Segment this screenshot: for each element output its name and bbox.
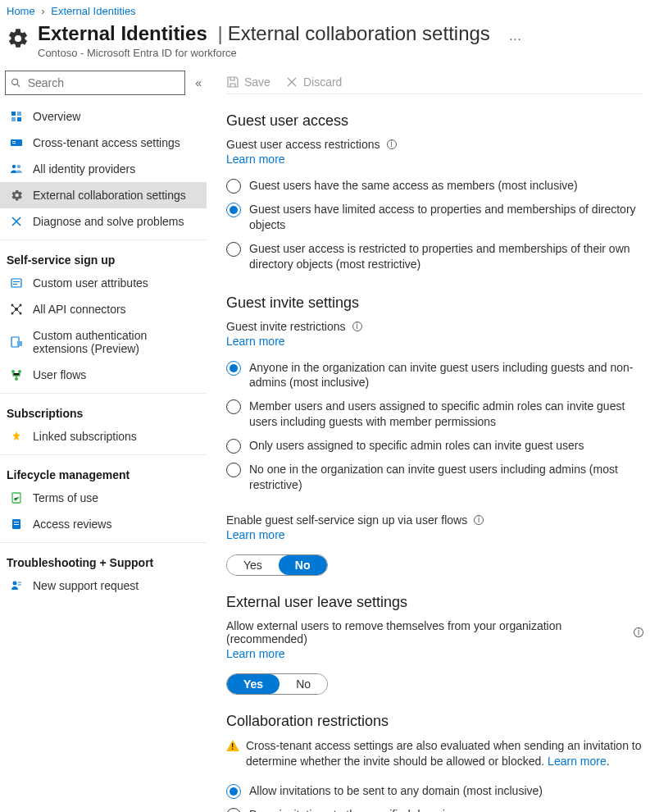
discard-button[interactable]: Discard <box>285 75 342 89</box>
sidebar-item-external-collaboration-settings[interactable]: External collaboration settings <box>0 182 207 208</box>
radio-label: Anyone in the organization can invite gu… <box>249 360 643 391</box>
sidebar-item-all-identity-providers[interactable]: All identity providers <box>0 156 207 182</box>
radio-button[interactable] <box>226 203 241 217</box>
section-collab-title: Collaboration restrictions <box>226 713 643 730</box>
radio-label: Guest user access is restricted to prope… <box>249 241 643 272</box>
self-service-label: Enable guest self-service sign up via us… <box>226 513 643 527</box>
breadcrumb: Home › External Identities <box>0 0 650 19</box>
radio-button[interactable] <box>226 463 241 477</box>
radio-label: Allow invitations to be sent to any doma… <box>249 783 543 799</box>
svg-point-9 <box>12 165 16 168</box>
leave-toggle[interactable]: Yes No <box>226 673 328 695</box>
section-guest-invite-title: Guest invite settings <box>226 294 643 312</box>
svg-rect-13 <box>13 284 17 285</box>
guest-access-option-0[interactable]: Guest users have the same access as memb… <box>226 174 643 198</box>
radio-button[interactable] <box>226 784 241 799</box>
sidebar-item-label: Terms of use <box>33 491 98 504</box>
sidebar-item-label: All identity providers <box>33 162 135 176</box>
sidebar-item-all-api-connectors[interactable]: All API connectors <box>0 296 207 322</box>
svg-rect-8 <box>12 143 16 144</box>
sidebar-item-diagnose-and-solve-problems[interactable]: Diagnose and solve problems <box>0 208 207 235</box>
radio-button[interactable] <box>226 808 241 812</box>
info-icon[interactable]: i <box>352 322 362 331</box>
sidebar-item-cross-tenant-access-settings[interactable]: Cross-tenant access settings <box>0 130 207 156</box>
radio-label: Only users assigned to specific admin ro… <box>249 438 584 454</box>
identity-providers-icon <box>10 162 23 176</box>
guest-access-option-2[interactable]: Guest user access is restricted to prope… <box>226 237 643 276</box>
guest-invite-option-0[interactable]: Anyone in the organization can invite gu… <box>226 356 643 395</box>
section-guest-access-title: Guest user access <box>226 112 643 130</box>
search-icon <box>11 77 21 89</box>
warning-icon <box>226 740 239 751</box>
guest-invite-option-1[interactable]: Member users and users assigned to speci… <box>226 395 643 434</box>
sidebar-section-lifecycle-management: Lifecycle management <box>0 460 207 485</box>
access-reviews-icon <box>10 518 23 531</box>
sidebar-item-overview[interactable]: Overview <box>0 103 207 130</box>
leave-learn-more[interactable]: Learn more <box>226 647 285 660</box>
sidebar-section-troubleshooting-support: Troubleshooting + Support <box>0 548 207 573</box>
svg-rect-3 <box>17 112 21 116</box>
breadcrumb-home[interactable]: Home <box>7 5 35 17</box>
info-icon[interactable]: i <box>634 627 643 637</box>
more-actions[interactable]: … <box>509 29 522 43</box>
svg-rect-26 <box>14 522 19 522</box>
svg-point-23 <box>15 377 18 381</box>
guest-access-learn-more[interactable]: Learn more <box>226 153 285 166</box>
toggle-yes[interactable]: Yes <box>227 674 280 694</box>
collab-option-0[interactable]: Allow invitations to be sent to any doma… <box>226 779 643 803</box>
svg-rect-11 <box>11 279 21 287</box>
radio-button[interactable] <box>226 242 241 257</box>
svg-rect-7 <box>12 141 16 142</box>
toggle-yes[interactable]: Yes <box>227 555 279 575</box>
discard-icon <box>285 75 298 89</box>
guest-access-label: Guest user access restrictions i <box>226 138 643 151</box>
gear-icon <box>7 27 30 50</box>
sidebar-item-label: Cross-tenant access settings <box>33 136 180 149</box>
radio-button[interactable] <box>226 361 241 376</box>
sidebar-item-custom-authentication-extensions-preview-[interactable]: Custom authentication extensions (Previe… <box>0 322 207 362</box>
auth-ext-icon <box>10 335 23 349</box>
sidebar-item-label: New support request <box>33 579 139 592</box>
linked-sub-icon <box>10 430 23 443</box>
sidebar-item-linked-subscriptions[interactable]: Linked subscriptions <box>0 423 207 449</box>
svg-line-1 <box>17 84 20 87</box>
breadcrumb-external-identities[interactable]: External Identities <box>51 5 135 17</box>
overview-icon <box>10 110 23 123</box>
radio-button[interactable] <box>226 399 241 414</box>
page-title: External Identities |External collaborat… <box>38 22 496 44</box>
sidebar-item-user-flows[interactable]: User flows <box>0 362 207 388</box>
sidebar-item-new-support-request[interactable]: New support request <box>0 573 207 599</box>
guest-invite-option-2[interactable]: Only users assigned to specific admin ro… <box>226 434 643 458</box>
breadcrumb-separator: › <box>41 5 44 17</box>
toggle-no[interactable]: No <box>280 674 327 694</box>
info-icon[interactable]: i <box>474 515 484 525</box>
sidebar-item-terms-of-use[interactable]: Terms of use <box>0 485 207 511</box>
self-service-learn-more[interactable]: Learn more <box>226 528 285 541</box>
radio-button[interactable] <box>226 439 241 454</box>
collapse-sidebar-icon[interactable]: « <box>195 76 202 89</box>
collab-warning: Cross-tenant access settings are also ev… <box>226 738 643 769</box>
save-button[interactable]: Save <box>226 75 270 89</box>
self-service-toggle[interactable]: Yes No <box>226 554 328 576</box>
sidebar-item-label: All API connectors <box>33 303 126 316</box>
support-icon <box>10 579 23 592</box>
radio-label: Guest users have the same access as memb… <box>249 178 578 194</box>
gear-icon <box>10 189 23 202</box>
collab-option-1[interactable]: Deny invitations to the specified domain… <box>226 803 643 812</box>
svg-point-28 <box>13 582 17 586</box>
toggle-no[interactable]: No <box>279 555 327 575</box>
sidebar-item-custom-user-attributes[interactable]: Custom user attributes <box>0 270 207 296</box>
search-input[interactable] <box>26 75 180 90</box>
guest-invite-learn-more[interactable]: Learn more <box>226 335 285 348</box>
svg-rect-27 <box>14 524 19 525</box>
sidebar-item-label: External collaboration settings <box>33 189 186 202</box>
radio-label: Member users and users assigned to speci… <box>249 399 643 430</box>
radio-button[interactable] <box>226 179 241 194</box>
terms-icon <box>10 491 23 504</box>
collab-warning-learn-more[interactable]: Learn more <box>548 755 607 768</box>
sidebar-item-access-reviews[interactable]: Access reviews <box>0 511 207 537</box>
user-flows-icon <box>10 368 23 381</box>
info-icon[interactable]: i <box>387 139 397 149</box>
guest-invite-option-3[interactable]: No one in the organization can invite gu… <box>226 458 643 497</box>
guest-access-option-1[interactable]: Guest users have limited access to prope… <box>226 198 643 237</box>
